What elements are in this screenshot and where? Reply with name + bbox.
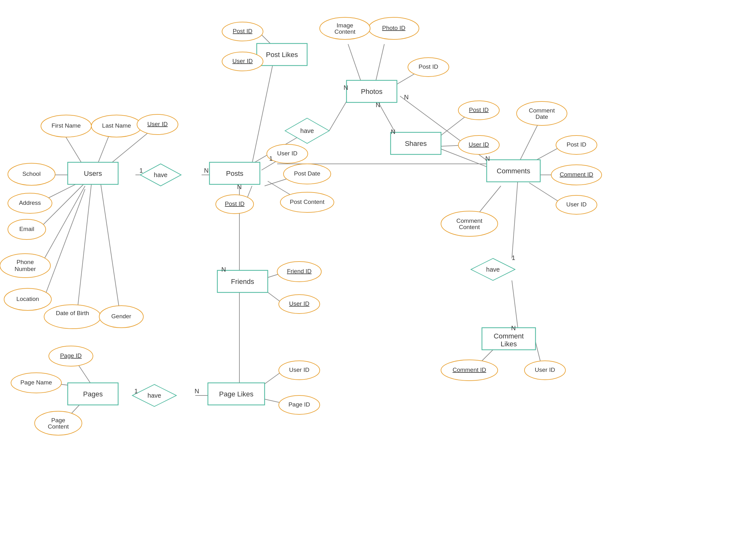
svg-line-22 [348,44,362,85]
card-photos-shares-n2: N [391,128,395,135]
attr-address-text: Address [19,199,41,206]
attr-postid-comments-text: Post ID [567,141,586,148]
attr-pageid-text: Page ID [60,352,82,359]
attr-pagecontent-text2: Content [48,423,69,430]
attr-pageid-pl-text: Page ID [289,401,310,408]
card-pages-1: 1 [134,388,138,395]
attr-userid-pl-text: User ID [289,367,309,373]
attr-pagecontent-text1: Page [51,417,65,424]
attr-dob [44,305,101,329]
card-photos-shares-n1: N [376,101,380,108]
entity-comment-likes-label: Comment [494,332,524,340]
card-have-posts: N [204,167,209,174]
attr-postcontent-text: Post Content [290,198,325,205]
entity-pages-label: Pages [83,390,103,398]
card-posts-friends-n: N [237,183,242,190]
card-havephotos-photos: N [344,84,348,91]
entity-comments-label: Comments [497,167,530,175]
attr-firstname-text: First Name [52,122,81,129]
entity-shares-label: Shares [405,140,427,147]
attr-commentcontent-text1: Comment [456,217,483,224]
attr-commentid-cl-text: Comment ID [453,367,486,373]
attr-email-text: Email [19,225,34,232]
card-pagelikes-n: N [195,388,199,395]
attr-userid-comments-text: User ID [566,201,587,208]
entity-page-likes-label: Page Likes [219,390,254,398]
attr-phone-text2: Number [14,265,36,272]
attr-friendid-text: Friend ID [287,268,312,275]
card-users-have: 1 [139,167,143,174]
attr-userid-plikes-text: User ID [232,58,253,64]
attr-phone-text1: Phone [17,259,34,265]
attr-imagecontent-text1: Image [337,22,353,29]
rel-comments-commentlikes-label: have [486,266,500,273]
svg-line-21 [375,44,384,85]
attr-userid-cl-text: User ID [535,367,555,373]
entity-posts-label: Posts [226,169,243,177]
attr-commentdate-text1: Comment [529,107,555,114]
attr-imagecontent-text2: Content [335,28,356,35]
attr-postid-posts-text: Post ID [225,200,244,207]
card-comments-n: N [485,155,490,162]
card-commentlikes-n: N [511,325,516,332]
attr-commentcontent-text2: Content [459,224,480,230]
svg-line-36 [512,281,518,331]
card-friends-n: N [221,266,226,273]
card-comments-have-1: 1 [512,254,515,261]
entity-comment-likes-label2: Likes [501,340,517,348]
svg-line-35 [512,175,518,258]
rel-pages-pagelikes-label: have [147,392,161,399]
attr-postid-photos-text: Post ID [419,63,438,70]
attr-photoid-text: Photo ID [382,25,405,31]
entity-photos-label: Photos [361,88,383,95]
attr-school-text: School [22,170,41,177]
entity-friends-label: Friends [231,278,254,286]
er-diagram: .entity-rect { fill: #fff; stroke: #4db8… [0,0,756,542]
card-posts-havephotos: 1 [269,155,272,162]
card-photos-comments-n: N [404,94,409,100]
attr-location-text: Location [16,296,39,302]
attr-userid-shares-text: User ID [469,141,489,148]
entity-post-likes-label: Post Likes [266,51,298,59]
attr-gender-text: Gender [111,313,131,320]
attr-postdate-text: Post Date [294,170,320,177]
attr-commentid-text: Comment ID [560,171,593,178]
attr-postid-shares-text: Post ID [469,106,489,113]
svg-line-9 [101,184,120,312]
rel-posts-photos-label: have [300,127,314,134]
rel-users-posts-label: have [154,171,167,178]
attr-lastname-text: Last Name [102,122,131,129]
attr-commentdate-text2: Date [535,113,548,120]
attr-pagename-text: Page Name [20,379,52,386]
attr-dob-text1: Date of Birth [56,310,89,317]
entity-users-label: Users [84,169,102,177]
attr-userid-posts-text: User ID [277,150,297,157]
attr-userid-friends-text: User ID [289,300,309,307]
diagram-svg: .entity-rect { fill: #fff; stroke: #4db8… [0,0,756,542]
svg-line-2 [98,132,110,164]
attr-postid-pl-text: Post ID [233,28,252,34]
attr-userid-users-text: User ID [147,121,168,127]
